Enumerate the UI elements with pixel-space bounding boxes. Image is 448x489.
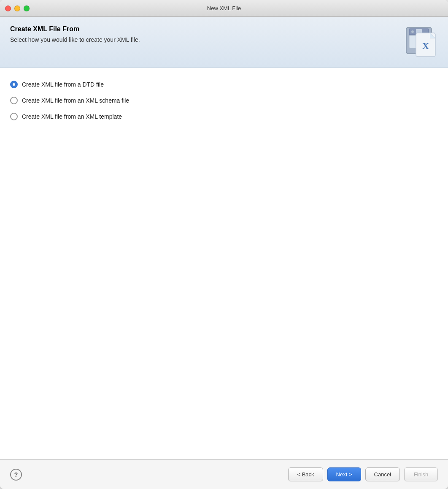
radio-item-schema[interactable]: Create XML file from an XML schema file (10, 97, 438, 104)
radio-circle-dtd (10, 81, 18, 88)
finish-button[interactable]: Finish (404, 467, 438, 481)
window-title: New XML File (207, 5, 241, 11)
maximize-button[interactable] (24, 5, 30, 11)
footer-left: ? (10, 469, 22, 481)
title-bar: New XML File (0, 0, 448, 17)
footer-bar: ? < Back Next > Cancel Finish (0, 459, 448, 489)
content-area: Create XML file from a DTD file Create X… (0, 68, 448, 459)
minimize-button[interactable] (14, 5, 20, 11)
header-area: Create XML File From Select how you woul… (0, 17, 448, 68)
radio-item-template[interactable]: Create XML file from an XML template (10, 113, 438, 120)
svg-point-4 (411, 30, 414, 33)
main-window: New XML File Create XML File From Select… (0, 0, 448, 489)
radio-group: Create XML file from a DTD file Create X… (10, 81, 438, 120)
next-button[interactable]: Next > (327, 467, 361, 481)
xml-icon-svg: X (404, 25, 438, 59)
radio-circle-schema (10, 97, 18, 104)
radio-label-dtd: Create XML file from a DTD file (22, 81, 104, 88)
header-subtitle: Select how you would like to create your… (10, 36, 140, 43)
xml-file-icon: X (404, 25, 438, 59)
svg-text:X: X (422, 41, 429, 51)
close-button[interactable] (5, 5, 11, 11)
back-button[interactable]: < Back (288, 467, 323, 481)
help-button[interactable]: ? (10, 469, 22, 481)
radio-label-template: Create XML file from an XML template (22, 113, 122, 120)
header-text: Create XML File From Select how you woul… (10, 25, 140, 43)
traffic-lights (5, 5, 30, 11)
cancel-button[interactable]: Cancel (365, 467, 400, 481)
radio-circle-template (10, 113, 18, 120)
radio-item-dtd[interactable]: Create XML file from a DTD file (10, 81, 438, 88)
footer-right: < Back Next > Cancel Finish (288, 467, 438, 481)
header-title: Create XML File From (10, 25, 140, 33)
radio-label-schema: Create XML file from an XML schema file (22, 97, 129, 104)
